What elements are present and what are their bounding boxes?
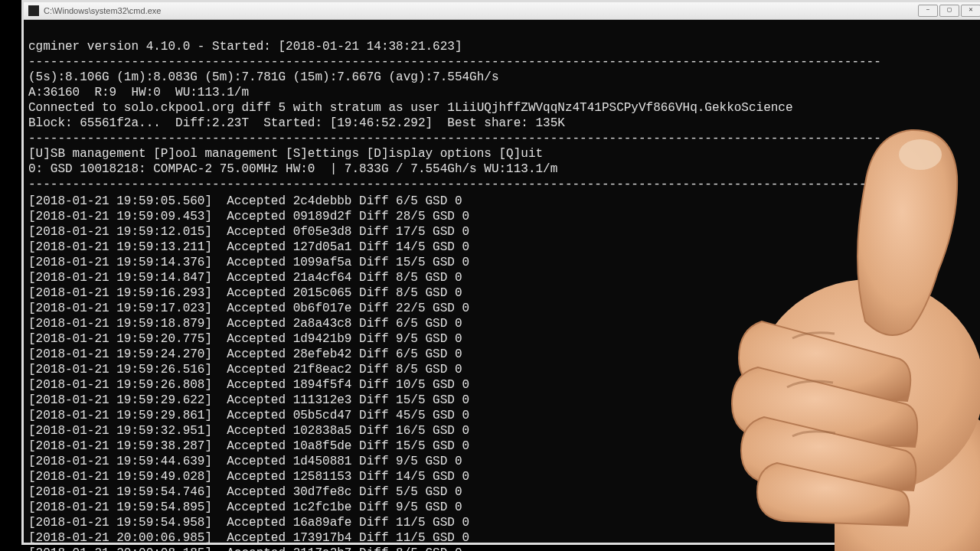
divider: ----------------------------------------… [28,178,881,191]
minimize-button[interactable]: – [918,5,938,17]
window-buttons: – ▢ ✕ [916,5,980,17]
pool-line: Connected to solo.ckpool.org diff 5 with… [28,101,793,115]
terminal-window: C:\Windows\system32\cmd.exe – ▢ ✕ cgmine… [21,0,980,545]
window-title: C:\Windows\system32\cmd.exe [44,6,916,15]
hashrate-line: (5s):8.106G (1m):8.083G (5m):7.781G (15m… [28,70,499,84]
block-line: Block: 65561f2a... Diff:2.23T Started: [… [28,116,565,130]
close-button[interactable]: ✕ [961,5,980,17]
cmd-icon [28,5,39,16]
device-line: 0: GSD 10018218: COMPAC-2 75.00MHz HW:0 … [28,162,557,176]
share-log: [2018-01-21 19:59:05.560] Accepted 2c4de… [28,194,980,551]
cgminer-header: cgminer version 4.10.0 - Started: [2018-… [28,40,462,54]
terminal-content[interactable]: cgminer version 4.10.0 - Started: [2018-… [28,24,980,538]
maximize-button[interactable]: ▢ [939,5,959,17]
accepts-line: A:36160 R:9 HW:0 WU:113.1/m [28,86,249,99]
divider: ----------------------------------------… [28,132,881,145]
divider: ----------------------------------------… [28,55,881,69]
window-titlebar: C:\Windows\system32\cmd.exe – ▢ ✕ [24,2,980,20]
menu-line: [U]SB management [P]ool management [S]et… [28,147,543,161]
